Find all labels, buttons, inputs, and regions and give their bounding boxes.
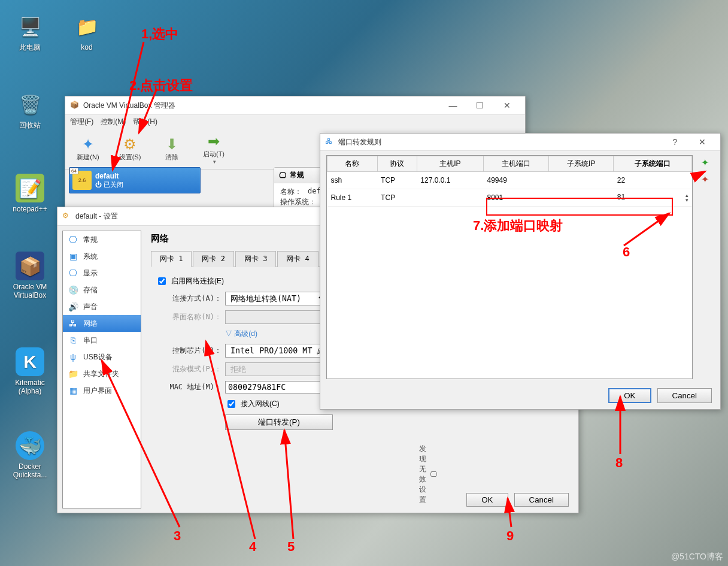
portfwd-table[interactable]: 名称 协议 主机IP 主机端口 子系统IP 子系统端口 ssh TCP 127.… [326, 155, 693, 379]
watermark: @51CTO博客 [671, 552, 723, 562]
maximize-button[interactable]: ☐ [466, 96, 493, 114]
close-button[interactable]: ✕ [493, 96, 520, 114]
display-icon: 🖵 [68, 268, 78, 279]
col-proto[interactable]: 协议 [377, 156, 417, 172]
cat-display[interactable]: 🖵显示 [63, 265, 141, 282]
start-icon: ➡ [208, 133, 220, 150]
col-hostport[interactable]: 主机端口 [483, 156, 548, 172]
menu-help[interactable]: 帮助(H) [133, 117, 157, 127]
vbox-menubar: 管理(F) 控制(M) 帮助(H) [65, 115, 525, 128]
annotation-5: 5 [287, 539, 295, 555]
vbox-icon: 📦 [70, 101, 80, 110]
vm-os-icon: 642.6 [72, 171, 92, 190]
tab-adapter-4[interactable]: 网卡 4 [277, 251, 318, 267]
menu-control[interactable]: 控制(M) [101, 117, 126, 127]
vbox-titlebar[interactable]: 📦 Oracle VM VirtualBox 管理器 — ☐ ✕ [65, 96, 525, 115]
annotation-4: 4 [249, 539, 256, 555]
cat-shared[interactable]: 📁共享文件夹 [63, 365, 141, 382]
audio-icon: 🔊 [68, 301, 78, 312]
minimize-button[interactable]: — [439, 96, 466, 114]
desktop-icon-kitematic[interactable]: KKitematic (Alpha) [6, 347, 54, 395]
vm-item-default[interactable]: 642.6 default⏻ 已关闭 [69, 167, 201, 193]
advanced-toggle[interactable]: ▽ 高级(d) [225, 329, 257, 339]
network-icon: 🖧 [68, 318, 78, 329]
enable-adapter-checkbox[interactable] [158, 277, 166, 285]
table-row[interactable]: Rule 1 TCP 8001 81▴▾ [327, 189, 692, 207]
desktop-icon-docker[interactable]: 🐳Docker Quicksta... [6, 431, 54, 479]
add-rule-button[interactable]: ✦ [697, 155, 712, 170]
annotation-2: 2.点击设置 [129, 77, 193, 95]
gear-icon: ⚙ [123, 136, 136, 153]
annotation-8: 8 [615, 455, 623, 471]
toolbar-discard[interactable]: ⬇清除 [153, 134, 191, 164]
warn-icon: 🖵 [430, 470, 437, 479]
cat-system[interactable]: ▣系统 [63, 248, 141, 265]
settings-cancel-button[interactable]: Cancel [514, 493, 569, 507]
invalid-settings-warning: 发现无效设置 🖵 [419, 444, 437, 505]
serial-icon: ⎘ [68, 335, 78, 346]
ui-icon: ▦ [68, 385, 78, 396]
cat-storage[interactable]: 💿存储 [63, 282, 141, 298]
enable-adapter-label: 启用网络连接(E) [171, 276, 224, 286]
tab-adapter-1[interactable]: 网卡 1 [151, 251, 192, 267]
cable-label: 接入网线(C) [241, 399, 280, 409]
desktop-icon-kod[interactable]: 📁kod [63, 12, 111, 52]
cat-network[interactable]: 🖧网络 [63, 315, 141, 332]
details-header: 常规 [290, 170, 304, 180]
toolbar-settings[interactable]: ⚙设置(S) [111, 134, 149, 164]
power-icon: ⏻ [95, 181, 104, 188]
vm-name: default [95, 172, 119, 180]
gear-icon: ⚙ [62, 211, 72, 221]
annotation-1: 1,选中 [141, 25, 178, 43]
portfwd-titlebar[interactable]: 🖧 端口转发规则 ? ✕ [320, 134, 720, 151]
portfwd-cancel-button[interactable]: Cancel [657, 388, 712, 403]
cat-general[interactable]: 🖵常规 [63, 231, 141, 248]
toolbar-start[interactable]: ➡启动(T)▾ [195, 131, 233, 167]
annotation-9: 9 [506, 528, 514, 544]
desktop-icon-recycle[interactable]: 🗑️回收站 [6, 90, 54, 129]
portfwd-close-button[interactable]: ✕ [688, 133, 715, 151]
portfwd-help-button[interactable]: ? [662, 133, 688, 151]
desktop-icon-notepadpp[interactable]: 📝notepad++ [6, 174, 54, 213]
desktop-icon-virtualbox[interactable]: 📦Oracle VM VirtualBox [6, 252, 54, 299]
usb-icon: ψ [68, 352, 78, 362]
col-guestip[interactable]: 子系统IP [549, 156, 614, 172]
tab-adapter-2[interactable]: 网卡 2 [193, 251, 233, 267]
cat-serial[interactable]: ⎘串口 [63, 332, 141, 349]
new-icon: ✦ [82, 136, 94, 153]
tab-adapter-3[interactable]: 网卡 3 [235, 251, 276, 267]
port-forward-button[interactable]: 端口转发(P) [225, 414, 333, 430]
cable-connected-checkbox[interactable] [228, 400, 235, 408]
general-icon: 🖵 [279, 171, 286, 180]
storage-icon: 💿 [68, 284, 78, 295]
col-name[interactable]: 名称 [327, 156, 378, 172]
cat-usb[interactable]: ψUSB设备 [63, 349, 141, 365]
cat-ui[interactable]: ▦用户界面 [63, 382, 141, 399]
chip-icon: ▣ [68, 251, 78, 262]
settings-category-list: 🖵常规 ▣系统 🖵显示 💿存储 🔊声音 🖧网络 ⎘串口 ψUSB设备 📁共享文件… [62, 231, 141, 509]
col-guestport[interactable]: 子系统端口 [614, 156, 692, 172]
remove-rule-button[interactable]: ✦ [697, 172, 712, 186]
attach-mode-select[interactable]: 网络地址转换(NAT) [225, 292, 327, 305]
spinner-icon[interactable]: ▴▾ [685, 193, 688, 202]
folder-icon: 📁 [68, 368, 78, 379]
desktop-icon-this-pc[interactable]: 🖥️此电脑 [6, 12, 54, 52]
col-hostip[interactable]: 主机IP [417, 156, 483, 172]
network-icon: 🖧 [325, 137, 335, 147]
annotation-3: 3 [174, 528, 181, 544]
cat-audio[interactable]: 🔊声音 [63, 298, 141, 315]
table-row[interactable]: ssh TCP 127.0.0.1 49949 22 [327, 172, 692, 189]
portfwd-ok-button[interactable]: OK [608, 388, 651, 403]
menu-manage[interactable]: 管理(F) [70, 117, 93, 127]
discard-icon: ⬇ [166, 136, 178, 153]
portfwd-dialog: 🖧 端口转发规则 ? ✕ 名称 协议 主机IP 主机端口 子系统IP 子系统端口… [320, 133, 721, 410]
vbox-title: Oracle VM VirtualBox 管理器 [83, 101, 439, 111]
general-icon: 🖵 [68, 234, 78, 245]
toolbar-new[interactable]: ✦新建(N) [69, 134, 107, 164]
vm-state: 已关闭 [104, 181, 123, 188]
settings-ok-button[interactable]: OK [466, 493, 508, 507]
portfwd-title: 端口转发规则 [338, 137, 662, 147]
vm-list: 642.6 default⏻ 已关闭 [69, 167, 201, 197]
